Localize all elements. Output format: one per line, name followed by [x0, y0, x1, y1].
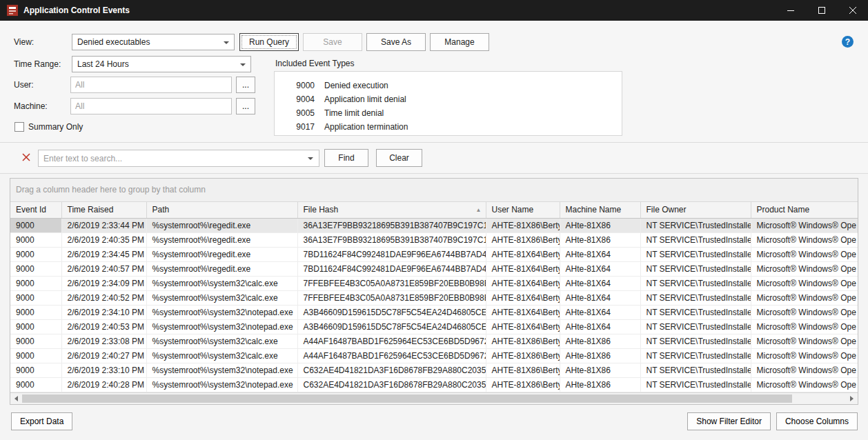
table-cell[interactable]: %systemroot%\system32\notepad.exe — [146, 377, 297, 392]
table-cell[interactable]: AHte-81X86 — [560, 363, 640, 377]
table-cell[interactable]: NT SERVICE\TrustedInstaller — [640, 305, 751, 319]
table-cell[interactable]: AHTE-81X64\Berty — [486, 305, 560, 319]
table-cell[interactable]: A44AF16487BABD1F625964EC53CE6BD5D9672A22 — [297, 348, 486, 363]
table-cell[interactable]: Microsoft® Windows® Ope — [751, 247, 858, 261]
table-cell[interactable]: 9000 — [10, 232, 61, 247]
table-row[interactable]: 90002/6/2019 2:40:35 PM%systemroot%\rege… — [10, 232, 858, 247]
group-by-panel[interactable]: Drag a column header here to group by th… — [10, 179, 858, 202]
column-header[interactable]: File Hash▲ — [297, 202, 486, 218]
table-cell[interactable]: AHte-81X64 — [560, 247, 640, 261]
table-cell[interactable]: A3B46609D159615D5C78F5C54EA24D46805CE374 — [297, 305, 486, 319]
table-cell[interactable]: AHTE-81X86\Berty — [486, 334, 560, 348]
table-cell[interactable]: 36A13E7F9BB93218695B391B387407B9C197C1BA — [297, 218, 486, 232]
scrollbar-thumb[interactable] — [22, 394, 792, 403]
user-input[interactable] — [70, 77, 232, 93]
table-row[interactable]: 90002/6/2019 2:34:10 PM%systemroot%\syst… — [10, 305, 858, 319]
machine-input[interactable] — [70, 98, 232, 114]
save-button[interactable]: Save — [303, 33, 362, 51]
table-cell[interactable]: Microsoft® Windows® Ope — [751, 377, 858, 392]
table-cell[interactable]: Microsoft® Windows® Ope — [751, 218, 858, 232]
table-cell[interactable]: AHte-81X64 — [560, 276, 640, 290]
find-button[interactable]: Find — [324, 149, 368, 167]
table-cell[interactable]: %systemroot%\system32\calc.exe — [146, 290, 297, 305]
table-row[interactable]: 90002/6/2019 2:40:53 PM%systemroot%\syst… — [10, 319, 858, 334]
table-cell[interactable]: AHTE-81X86\Berty — [486, 363, 560, 377]
table-cell[interactable]: 9000 — [10, 319, 61, 334]
time-range-combobox[interactable]: Last 24 Hours — [72, 56, 251, 72]
table-cell[interactable]: AHTE-81X64\Berty — [486, 247, 560, 261]
table-cell[interactable]: 7BD11624F84C992481DAE9F96EA6744BB7AD40C9 — [297, 247, 486, 261]
table-cell[interactable]: 2/6/2019 2:40:35 PM — [61, 232, 146, 247]
close-button[interactable] — [837, 0, 868, 21]
export-data-button[interactable]: Export Data — [11, 412, 72, 430]
table-row[interactable]: 90002/6/2019 2:40:28 PM%systemroot%\syst… — [10, 377, 858, 392]
table-cell[interactable]: NT SERVICE\TrustedInstaller — [640, 261, 751, 276]
table-cell[interactable]: NT SERVICE\TrustedInstaller — [640, 247, 751, 261]
table-cell[interactable]: 2/6/2019 2:34:09 PM — [61, 276, 146, 290]
table-cell[interactable]: AHte-81X64 — [560, 290, 640, 305]
table-cell[interactable]: 2/6/2019 2:34:10 PM — [61, 305, 146, 319]
table-cell[interactable]: AHte-81X86 — [560, 377, 640, 392]
table-cell[interactable]: %systemroot%\system32\calc.exe — [146, 276, 297, 290]
table-cell[interactable]: 9000 — [10, 261, 61, 276]
table-cell[interactable]: AHte-81X64 — [560, 305, 640, 319]
table-cell[interactable]: Microsoft® Windows® Ope — [751, 276, 858, 290]
table-cell[interactable]: 2/6/2019 2:40:52 PM — [61, 290, 146, 305]
table-cell[interactable]: AHTE-81X64\Berty — [486, 319, 560, 334]
table-cell[interactable]: %systemroot%\system32\notepad.exe — [146, 363, 297, 377]
column-header[interactable]: Machine Name — [560, 202, 640, 218]
table-cell[interactable]: %systemroot%\system32\notepad.exe — [146, 319, 297, 334]
table-cell[interactable]: %systemroot%\regedit.exe — [146, 218, 297, 232]
search-history-dropdown-icon[interactable] — [308, 157, 313, 160]
choose-columns-button[interactable]: Choose Columns — [776, 412, 858, 430]
table-row[interactable]: 90002/6/2019 2:34:09 PM%systemroot%\syst… — [10, 276, 858, 290]
maximize-button[interactable] — [806, 0, 837, 21]
table-cell[interactable]: 9000 — [10, 334, 61, 348]
table-cell[interactable]: 2/6/2019 2:34:45 PM — [61, 247, 146, 261]
table-cell[interactable]: %systemroot%\system32\calc.exe — [146, 334, 297, 348]
table-cell[interactable]: NT SERVICE\TrustedInstaller — [640, 276, 751, 290]
table-cell[interactable]: Microsoft® Windows® Ope — [751, 261, 858, 276]
table-cell[interactable]: 2/6/2019 2:33:08 PM — [61, 334, 146, 348]
table-cell[interactable]: Microsoft® Windows® Ope — [751, 334, 858, 348]
scroll-right-button[interactable] — [846, 393, 858, 404]
table-cell[interactable]: 2/6/2019 2:33:44 PM — [61, 218, 146, 232]
table-cell[interactable]: Microsoft® Windows® Ope — [751, 319, 858, 334]
table-cell[interactable]: AHte-81X86 — [560, 334, 640, 348]
table-cell[interactable]: Microsoft® Windows® Ope — [751, 363, 858, 377]
table-cell[interactable]: NT SERVICE\TrustedInstaller — [640, 334, 751, 348]
table-cell[interactable]: 9000 — [10, 218, 61, 232]
table-cell[interactable]: Microsoft® Windows® Ope — [751, 348, 858, 363]
table-row[interactable]: 90002/6/2019 2:40:27 PM%systemroot%\syst… — [10, 348, 858, 363]
table-cell[interactable]: Microsoft® Windows® Ope — [751, 290, 858, 305]
table-cell[interactable]: 2/6/2019 2:40:28 PM — [61, 377, 146, 392]
table-cell[interactable]: AHTE-81X86\Berty — [486, 218, 560, 232]
table-cell[interactable]: NT SERVICE\TrustedInstaller — [640, 218, 751, 232]
close-search-icon[interactable] — [21, 153, 31, 163]
table-cell[interactable]: 9000 — [10, 363, 61, 377]
table-cell[interactable]: AHte-81X86 — [560, 218, 640, 232]
table-cell[interactable]: NT SERVICE\TrustedInstaller — [640, 319, 751, 334]
user-browse-button[interactable]: ... — [236, 77, 255, 93]
table-row[interactable]: 90002/6/2019 2:33:44 PM%systemroot%\rege… — [10, 218, 858, 232]
machine-browse-button[interactable]: ... — [236, 98, 255, 114]
table-cell[interactable]: 2/6/2019 2:33:10 PM — [61, 363, 146, 377]
table-cell[interactable]: 2/6/2019 2:40:27 PM — [61, 348, 146, 363]
column-header[interactable]: Path — [146, 202, 297, 218]
table-cell[interactable]: 7FFEBFEE4B3C05A0A8731E859BF20EBB0B98B5FA — [297, 290, 486, 305]
search-input[interactable] — [39, 150, 319, 166]
table-cell[interactable]: C632AE4D41821DA3F16D8678FB29A880C2035A4A — [297, 363, 486, 377]
table-cell[interactable]: AHTE-81X86\Berty — [486, 232, 560, 247]
table-row[interactable]: 90002/6/2019 2:33:10 PM%systemroot%\syst… — [10, 363, 858, 377]
table-cell[interactable]: 9000 — [10, 276, 61, 290]
table-cell[interactable]: NT SERVICE\TrustedInstaller — [640, 232, 751, 247]
table-row[interactable]: 90002/6/2019 2:33:08 PM%systemroot%\syst… — [10, 334, 858, 348]
table-cell[interactable]: 7FFEBFEE4B3C05A0A8731E859BF20EBB0B98B5FA — [297, 276, 486, 290]
titlebar[interactable]: Application Control Events — [0, 0, 868, 21]
table-cell[interactable]: NT SERVICE\TrustedInstaller — [640, 290, 751, 305]
show-filter-editor-button[interactable]: Show Filter Editor — [687, 412, 771, 430]
table-cell[interactable]: 2/6/2019 2:40:57 PM — [61, 261, 146, 276]
table-cell[interactable]: 36A13E7F9BB93218695B391B387407B9C197C1BA — [297, 232, 486, 247]
column-header[interactable]: File Owner — [640, 202, 751, 218]
clear-button[interactable]: Clear — [376, 149, 422, 167]
